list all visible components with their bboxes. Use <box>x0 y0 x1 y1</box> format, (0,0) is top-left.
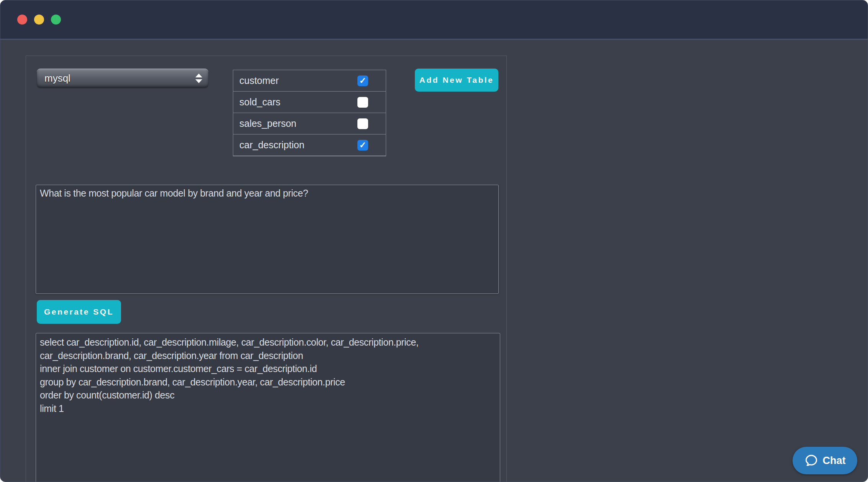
database-select-value: mysql <box>44 72 70 84</box>
table-name-label: sold_cars <box>239 97 280 108</box>
chat-button-label: Chat <box>823 455 846 467</box>
select-stepper-icon <box>195 74 202 83</box>
table-row: customer <box>233 70 386 92</box>
generate-sql-button[interactable]: Generate SQL <box>37 300 121 324</box>
sql-output[interactable]: select car_description.id, car_descripti… <box>36 333 500 482</box>
table-row: sold_cars <box>233 92 386 113</box>
table-row: sales_person <box>233 113 386 134</box>
close-window-icon[interactable] <box>17 15 27 25</box>
table-name-label: sales_person <box>239 118 296 129</box>
titlebar <box>0 0 868 40</box>
table-name-label: car_description <box>239 139 305 151</box>
database-select[interactable]: mysql <box>37 69 208 88</box>
zoom-window-icon[interactable] <box>51 15 61 25</box>
minimize-window-icon[interactable] <box>34 15 44 25</box>
table-checklist: customer sold_cars sales_person car_desc… <box>233 70 386 156</box>
question-input[interactable]: What is the most popular car model by br… <box>36 185 499 294</box>
table-row: car_description <box>233 134 386 156</box>
table-checkbox[interactable] <box>357 97 368 108</box>
table-checkbox[interactable] <box>357 75 368 86</box>
app-window: mysql customer sold_cars sales_person ca… <box>0 0 868 482</box>
chat-bubble-icon <box>804 454 818 467</box>
table-checkbox[interactable] <box>357 140 368 151</box>
screen: mysql customer sold_cars sales_person ca… <box>0 0 868 482</box>
chat-button[interactable]: Chat <box>793 447 857 474</box>
table-name-label: customer <box>239 75 279 86</box>
add-new-table-button[interactable]: Add New Table <box>415 69 498 92</box>
table-checkbox[interactable] <box>357 118 368 129</box>
